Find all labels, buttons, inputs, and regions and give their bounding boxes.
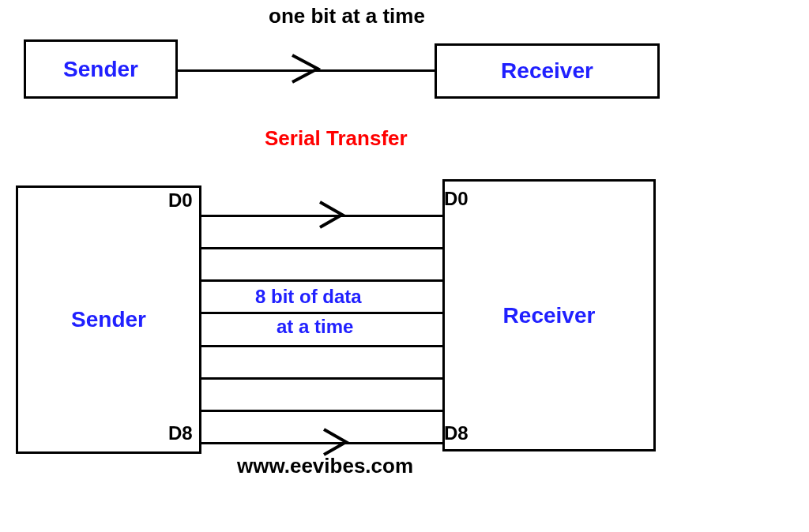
parallel-line-1 <box>201 247 442 249</box>
parallel-line-6 <box>201 410 442 412</box>
parallel-line-2 <box>201 279 442 282</box>
serial-sender-label: Sender <box>63 57 138 82</box>
footer-url: www.eevibes.com <box>237 454 413 478</box>
parallel-center-text-2: at a time <box>277 316 353 338</box>
serial-transfer-title: Serial Transfer <box>265 126 408 151</box>
parallel-line-4 <box>201 345 442 347</box>
parallel-sender-label: Sender <box>71 307 146 332</box>
d8-left-label: D8 <box>168 422 193 444</box>
d0-left-label: D0 <box>168 189 193 212</box>
parallel-receiver-box: Receiver <box>442 179 656 451</box>
d8-right-label: D8 <box>444 422 468 444</box>
serial-sender-box: Sender <box>24 39 178 99</box>
serial-arrowhead-icon <box>284 49 332 88</box>
d0-right-label: D0 <box>444 188 468 210</box>
serial-caption: one bit at a time <box>269 4 425 28</box>
parallel-line-3 <box>201 312 442 314</box>
parallel-sender-box: Sender <box>16 185 201 454</box>
serial-receiver-box: Receiver <box>435 43 660 99</box>
parallel-center-text-1: 8 bit of data <box>255 286 362 308</box>
parallel-top-arrowhead-icon <box>312 197 352 232</box>
serial-receiver-label: Receiver <box>501 58 593 84</box>
parallel-receiver-label: Receiver <box>503 303 596 328</box>
parallel-line-5 <box>201 377 442 380</box>
